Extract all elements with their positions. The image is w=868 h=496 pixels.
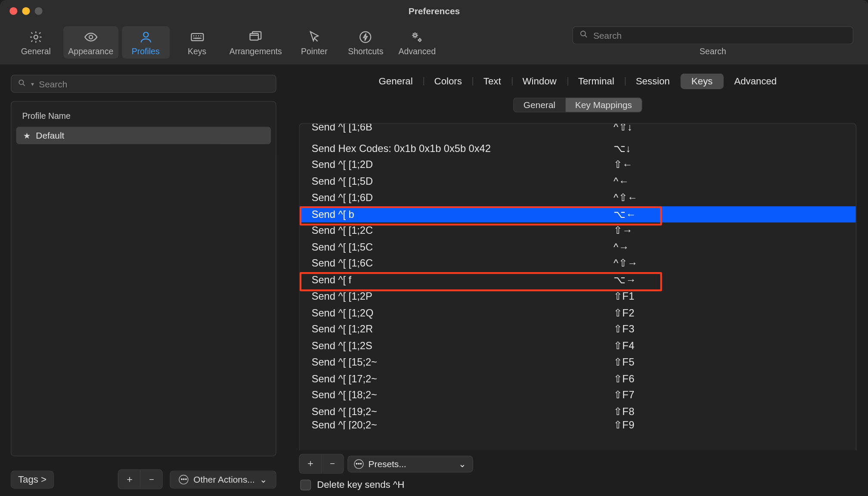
mapping-action: Send Hex Codes: 0x1b 0x1b 0x5b 0x42 <box>312 140 614 157</box>
mapping-row[interactable]: Send ^[ f⌥→ <box>300 272 856 288</box>
mapping-action: Send ^[ [18;2~ <box>312 387 614 403</box>
mapping-row[interactable]: Send ^[ [1;2Q⇧F2 <box>300 305 856 321</box>
mapping-shortcut: ⌥→ <box>614 272 636 288</box>
mapping-action: Send ^[ [17;2~ <box>312 371 614 387</box>
delete-key-checkbox[interactable] <box>300 480 311 490</box>
mapping-row[interactable]: Send ^[ [1;2D⇧← <box>300 157 856 173</box>
mapping-row[interactable]: Send ^[ [18;2~⇧F7 <box>300 387 856 403</box>
keys-subtabbar: GeneralKey Mappings <box>287 95 868 115</box>
svg-point-9 <box>19 80 23 84</box>
mapping-row[interactable]: Send Hex Codes: 0x1b 0x1b 0x5b 0x42⌥↓ <box>300 140 856 157</box>
mapping-row[interactable]: Send ^[ [1;2S⇧F4 <box>300 338 856 354</box>
tab-general[interactable]: General <box>368 74 424 89</box>
eye-icon <box>83 30 99 44</box>
toolbar-label: Keys <box>188 46 206 56</box>
mapping-row[interactable]: Send ^[ [15;2~⇧F5 <box>300 354 856 370</box>
other-actions-button[interactable]: ••• Other Actions... ⌄ <box>170 471 276 488</box>
svg-point-5 <box>360 32 371 43</box>
mapping-row[interactable]: Send ^[ [1;6C^⇧→ <box>300 255 856 272</box>
mapping-shortcut: ⇧F6 <box>614 371 635 387</box>
subtab-general[interactable]: General <box>513 97 565 112</box>
profile-search-input[interactable] <box>39 79 270 89</box>
gears-icon <box>409 30 425 44</box>
toolbar-pointer[interactable]: Pointer <box>290 26 338 59</box>
tab-keys[interactable]: Keys <box>681 74 723 89</box>
mapping-action: Send ^[ [1;2S <box>312 338 614 354</box>
mapping-shortcut: ⇧F5 <box>614 354 635 371</box>
sidebar: ▾ Profile Name ★Default Tags > ＋ － ••• <box>0 65 287 496</box>
presets-label: Presets... <box>369 459 406 469</box>
toolbar-label: General <box>21 46 51 56</box>
mapping-row[interactable]: Send ^[ [1;5C^→ <box>300 239 856 255</box>
titlebar: Preferences <box>0 0 868 22</box>
toolbar-search-input[interactable] <box>593 30 847 40</box>
mapping-shortcut: ⇧F7 <box>614 387 635 403</box>
svg-point-6 <box>414 34 417 37</box>
tags-label: Tags > <box>18 474 46 485</box>
profile-row[interactable]: ★Default <box>16 127 271 144</box>
mapping-action: Send ^[ [1;6B <box>312 124 614 136</box>
toolbar-advanced[interactable]: Advanced <box>393 26 441 59</box>
toolbar-appearance[interactable]: Appearance <box>63 26 118 59</box>
tab-text[interactable]: Text <box>473 74 512 89</box>
tab-colors[interactable]: Colors <box>424 74 473 89</box>
mapping-action: Send ^[ [19;2~ <box>312 403 614 420</box>
mapping-action: Send ^[ [1;2Q <box>312 305 614 321</box>
profile-name: Default <box>36 130 64 141</box>
mapping-action: Send ^[ [1;5D <box>312 173 614 189</box>
mapping-row[interactable]: Send ^[ [17;2~⇧F6 <box>300 370 856 387</box>
mapping-row[interactable]: Send ^[ [1;6D^⇧← <box>300 189 856 206</box>
toolbar-label: Shortcuts <box>348 46 383 56</box>
mapping-row[interactable]: Send ^[ b⌥← <box>300 206 856 223</box>
svg-rect-3 <box>191 34 203 41</box>
svg-point-1 <box>89 35 93 39</box>
mapping-row[interactable]: Send ^[ [1;2P⇧F1 <box>300 288 856 304</box>
ellipsis-icon: ••• <box>179 474 189 484</box>
mapping-row[interactable]: Send ^[ [1;2C⇧→ <box>300 223 856 239</box>
mapping-shortcut: ⇧F1 <box>614 288 635 305</box>
profile-search-field[interactable]: ▾ <box>11 75 276 93</box>
profile-panel: GeneralColorsTextWindowTerminalSessionKe… <box>287 65 868 496</box>
mapping-shortcut: ⇧← <box>614 157 632 173</box>
add-profile-button[interactable]: ＋ <box>119 470 141 489</box>
tags-button[interactable]: Tags > <box>11 471 53 488</box>
mapping-row[interactable]: Send ^[ [1;2R⇧F3 <box>300 321 856 338</box>
remove-profile-button[interactable]: － <box>141 470 162 489</box>
delete-key-label: Delete key sends ^H <box>317 480 404 490</box>
toolbar-label: Profiles <box>132 46 160 56</box>
mapping-row[interactable]: Send ^[ [19;2~⇧F8 <box>300 403 856 420</box>
add-mapping-button[interactable]: ＋ <box>300 455 322 473</box>
toolbar-keys[interactable]: Keys <box>173 26 221 59</box>
star-icon: ★ <box>23 130 31 140</box>
toolbar-shortcuts[interactable]: Shortcuts <box>342 26 390 59</box>
gear-icon <box>28 30 43 44</box>
search-icon <box>17 78 26 89</box>
mapping-shortcut: ^⇧→ <box>614 255 638 272</box>
svg-point-7 <box>419 39 421 41</box>
mapping-shortcut: ^⇧↓ <box>614 124 632 136</box>
subtab-key-mappings[interactable]: Key Mappings <box>565 97 642 112</box>
mapping-action: Send ^[ [1;2P <box>312 288 614 305</box>
search-icon <box>579 29 589 41</box>
mapping-shortcut: ^→ <box>614 239 629 255</box>
toolbar-search-field[interactable] <box>572 26 853 44</box>
toolbar-profiles[interactable]: Profiles <box>122 26 170 59</box>
toolbar-label: Advanced <box>399 46 436 56</box>
presets-button[interactable]: ••• Presets... ⌄ <box>347 456 473 472</box>
windows-icon <box>248 30 264 44</box>
mapping-row[interactable]: Send ^[ [1;5D^← <box>300 173 856 189</box>
tab-terminal[interactable]: Terminal <box>567 74 625 89</box>
remove-mapping-button[interactable]: － <box>322 455 343 473</box>
toolbar-arrangements[interactable]: Arrangements <box>225 26 287 59</box>
tab-advanced[interactable]: Advanced <box>723 74 787 89</box>
tab-window[interactable]: Window <box>512 74 567 89</box>
mapping-row[interactable]: Send ^[ [20;2~⇧F9 <box>300 420 856 429</box>
mapping-row[interactable]: Send ^[ [1;6B^⇧↓ <box>300 124 856 140</box>
toolbar-general[interactable]: General <box>12 26 60 59</box>
tab-session[interactable]: Session <box>625 74 681 89</box>
key-mappings-table[interactable]: Send ^[ [1;6B^⇧↓Send Hex Codes: 0x1b 0x1… <box>299 123 857 450</box>
toolbar-label: Arrangements <box>229 46 282 56</box>
svg-rect-4 <box>250 34 258 40</box>
mapping-shortcut: ^⇧← <box>614 190 638 206</box>
bolt-icon <box>358 30 373 44</box>
